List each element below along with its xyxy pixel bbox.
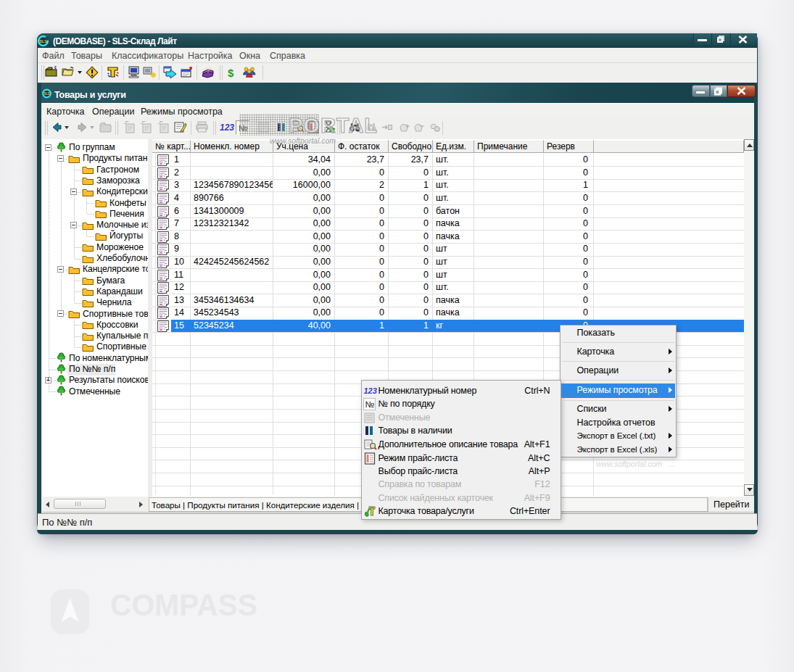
svg-text:?: ? <box>207 67 210 74</box>
svg-text:SLS: SLS <box>44 92 50 96</box>
